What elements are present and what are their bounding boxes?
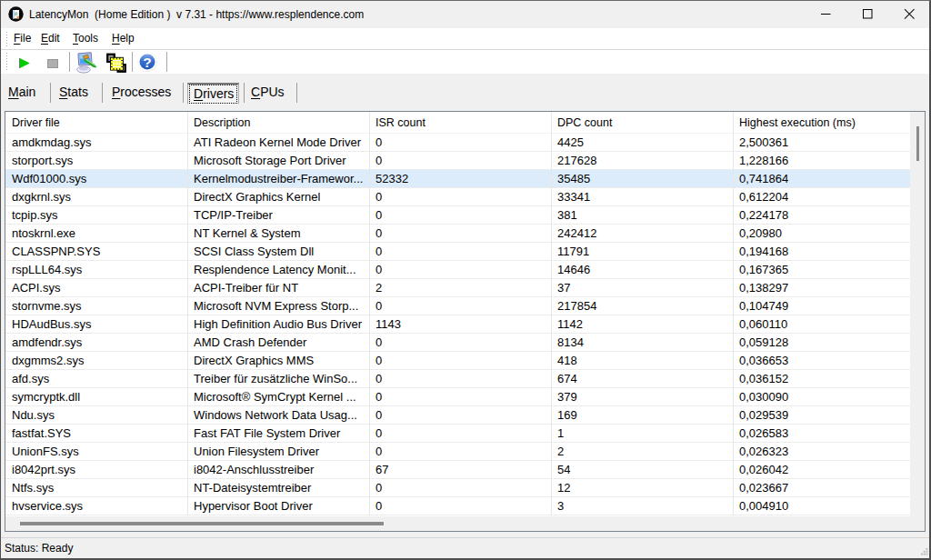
svg-text:?: ? [143, 55, 151, 70]
